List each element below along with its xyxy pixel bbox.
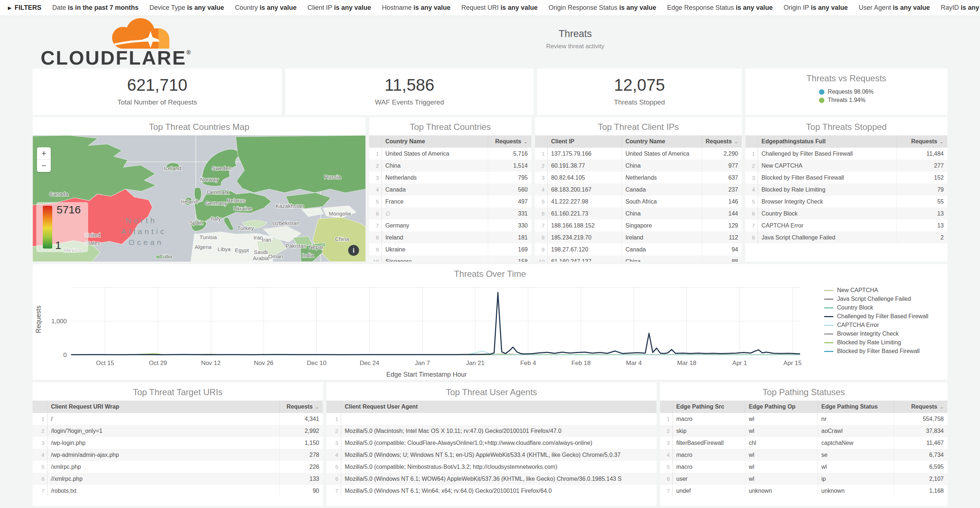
- table-cell: 226: [279, 461, 323, 473]
- threats-over-time-plot[interactable]: 01,000Oct 15Oct 29Nov 12Nov 26Dec 10Dec …: [46, 282, 807, 369]
- filter-item[interactable]: Origin Response Statusis any value: [548, 4, 656, 12]
- column-header[interactable]: Requests⌄: [894, 401, 947, 413]
- table-row[interactable]: 6∅331: [369, 207, 531, 220]
- chart-series-line: [71, 293, 800, 355]
- table-row[interactable]: 6userwlip2,107: [660, 473, 947, 485]
- legend-dot-icon: [819, 89, 824, 95]
- filter-item[interactable]: Edge Response Statusis any value: [667, 4, 773, 12]
- table-row[interactable]: 1061.160.247.137China88: [535, 255, 742, 262]
- table-row[interactable]: 7188.166.188.152Singapore129: [535, 220, 742, 231]
- row-number: 7: [660, 485, 673, 497]
- table-row[interactable]: 4Mozilla/5.0 (Windows; U; Windows NT 5.1…: [326, 449, 657, 461]
- column-header[interactable]: Requests⌄: [279, 401, 323, 413]
- legend-line-icon: [824, 316, 834, 317]
- map-country-label: Iran: [262, 237, 271, 243]
- table-row[interactable]: 8185.234.219.70Ireland112: [535, 231, 742, 244]
- filter-item[interactable]: RayIDis any val…: [941, 4, 980, 12]
- filter-item[interactable]: Countryis any value: [235, 4, 297, 12]
- table-cell: Country Block: [758, 207, 897, 220]
- row-number: 10: [535, 255, 547, 262]
- table-row[interactable]: 3filterBasedFirewallchlcaptchaNew11,467: [660, 437, 947, 449]
- table-row[interactable]: 661.160.221.73China144: [535, 207, 742, 220]
- table-row[interactable]: 1macrowlnr554,758: [660, 413, 947, 425]
- table-row[interactable]: 8Java Script Challenge Failed2: [745, 231, 947, 244]
- table-row[interactable]: 10Singapore158: [369, 255, 531, 262]
- table-cell: /robots.txt: [47, 485, 279, 497]
- table-cell: 94: [702, 244, 742, 255]
- table-row[interactable]: 380.82.64.105Netherlands637: [535, 172, 742, 184]
- filter-item[interactable]: User Agentis any value: [859, 4, 930, 12]
- table-row[interactable]: 260.191.38.77China977: [535, 160, 742, 172]
- row-number: 4: [326, 449, 341, 461]
- table-row[interactable]: 7/robots.txt90: [33, 485, 323, 497]
- table-row[interactable]: 2skipwlaoCrawl37,834: [660, 425, 947, 437]
- table-row[interactable]: 6Mozilla/5.0 (Windows NT 6.1; WOW64) App…: [326, 473, 657, 485]
- table-row[interactable]: 3Netherlands795: [369, 172, 531, 184]
- map-country-label: Uzbekistan: [272, 220, 299, 226]
- card-title: Top Threats Stopped: [745, 122, 947, 132]
- filter-item[interactable]: Client IPis any value: [307, 4, 371, 12]
- map-country-label: Germany: [205, 200, 228, 206]
- table-row[interactable]: 2Mozilla/5.0 (Macintosh; Intel Mac OS X …: [326, 425, 657, 437]
- table-row[interactable]: 3Mozilla/5.0 (compatible; CloudFlare-Alw…: [326, 437, 657, 449]
- table-row[interactable]: 5Mozilla/5.0 (compatible; Nimbostratus-B…: [326, 461, 657, 473]
- column-header[interactable]: Requests⌄: [702, 135, 742, 148]
- filter-item[interactable]: Origin IPis any value: [784, 4, 848, 12]
- filter-item[interactable]: Dateis in the past 7 months: [52, 4, 138, 12]
- table-row[interactable]: 6//xmlrpc.php133: [33, 473, 323, 485]
- table-row[interactable]: 5macrowlwl6,595: [660, 461, 947, 473]
- chart-legend-item: Challenged by Filter Based Firewall: [824, 312, 945, 321]
- table-cell: 88: [702, 255, 742, 262]
- table-cell: Mozilla/5.0 (compatible; Nimbostratus-Bo…: [341, 461, 657, 473]
- table-row[interactable]: 1137.175.79.166United States of America2…: [535, 148, 742, 160]
- table-row[interactable]: 1/4,341: [33, 413, 323, 425]
- world-map[interactable]: CanadaUnitedStatesMexicoCubaIcelandIrela…: [33, 135, 366, 262]
- table-row[interactable]: 3Blocked by Filter Based Firewall152: [745, 172, 947, 184]
- table-row[interactable]: 4Canada560: [369, 184, 531, 196]
- table-row[interactable]: 4Blocked by Rate Limiting79: [745, 184, 947, 196]
- table-row[interactable]: 2China1,514: [369, 160, 531, 172]
- table-row[interactable]: 9198.27.67.120Canada94: [535, 244, 742, 255]
- table-row[interactable]: 4/wp-admin/admin-ajax.php278: [33, 449, 323, 461]
- table-row[interactable]: 4macrowlse6,734: [660, 449, 947, 461]
- column-header[interactable]: Requests⌄: [897, 135, 947, 148]
- table-row[interactable]: 8Ireland181: [369, 231, 531, 244]
- table-cell: wl: [745, 461, 818, 473]
- table-row[interactable]: 1: [326, 413, 657, 425]
- table-row[interactable]: 9Ukraine169: [369, 244, 531, 255]
- table-row[interactable]: 6Country Block13: [745, 207, 947, 220]
- row-number: 3: [326, 437, 341, 449]
- table-row[interactable]: 7Germany330: [369, 220, 531, 231]
- table-row[interactable]: 5/xmlrpc.php226: [33, 461, 323, 473]
- table-cell: 330: [488, 220, 531, 231]
- top-pathing-statuses-table: Edge Pathing SrcEdge Pathing OpEdge Path…: [660, 401, 947, 497]
- filters-toggle[interactable]: ▶ FILTERS: [8, 4, 41, 12]
- map-zoom-in-button[interactable]: +: [37, 147, 51, 160]
- table-row[interactable]: 2New CAPTCHA277: [745, 160, 947, 172]
- table-row[interactable]: 7CAPTCHA Error13: [745, 220, 947, 231]
- map-zoom-out-button[interactable]: −: [37, 160, 51, 172]
- table-cell: macro: [673, 413, 745, 425]
- row-number-header: [33, 401, 47, 413]
- table-row[interactable]: 1Challenged by Filter Based Firewall11,4…: [745, 148, 947, 160]
- table-row[interactable]: 5Browser Integrity Check55: [745, 196, 947, 207]
- table-row[interactable]: 468.183.200.167Canada237: [535, 184, 742, 196]
- table-row[interactable]: 541.222.227.98South Africa146: [535, 196, 742, 207]
- map-info-icon[interactable]: i: [348, 245, 359, 256]
- table-row[interactable]: 7Mozilla/5.0 (Windows NT 6.1; Win64; x64…: [326, 485, 657, 497]
- filter-item[interactable]: Hostnameis any value: [382, 4, 450, 12]
- filter-bar: ▶ FILTERS Dateis in the past 7 monthsDev…: [0, 0, 980, 16]
- row-number: 7: [535, 220, 547, 231]
- map-country-label: Ukraine: [233, 205, 252, 212]
- table-row[interactable]: 7undefunknownunknown1,168: [660, 485, 947, 497]
- legend-line-icon: [824, 333, 834, 334]
- filter-item[interactable]: Device Typeis any value: [150, 4, 224, 12]
- filter-item[interactable]: Request URIis any value: [461, 4, 538, 12]
- column-header[interactable]: Requests⌄: [488, 135, 531, 148]
- table-row[interactable]: 5France497: [369, 196, 531, 207]
- table-row[interactable]: 1United States of America5,716: [369, 148, 531, 160]
- table-row[interactable]: 2/login/?login_only=12,992: [33, 425, 323, 437]
- top-threat-target-uris-card: Top Threat Target URIs Client Request UR…: [33, 382, 323, 506]
- row-number: 2: [369, 160, 382, 172]
- table-row[interactable]: 3/wp-login.php1,150: [33, 437, 323, 449]
